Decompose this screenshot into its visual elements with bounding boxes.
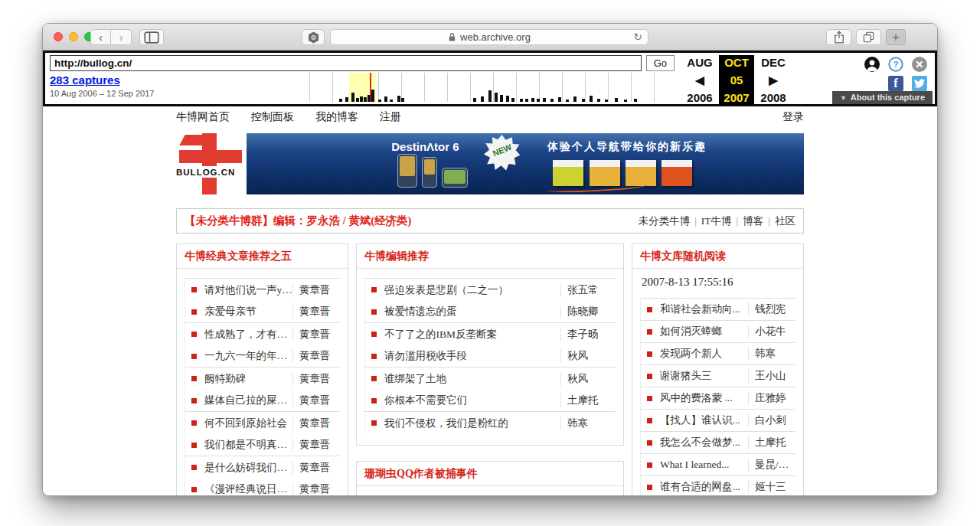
article-author-link[interactable]: 曼昆/… <box>748 458 795 472</box>
tab-overview-button[interactable] <box>856 29 881 45</box>
article-row[interactable]: 我们不侵权，我们是粉红的韩寒 <box>365 412 616 434</box>
article-row[interactable]: 谁绑架了土地秋风 <box>365 368 616 390</box>
article-row[interactable]: 性成熟了，才有…黄章晋 <box>185 323 340 345</box>
article-row[interactable]: 如何消灭蟑螂小花牛 <box>641 321 795 343</box>
captures-link[interactable]: 283 captures <box>50 74 120 87</box>
article-row[interactable]: 何不回到原始社会黄章晋 <box>185 412 340 434</box>
nav-myblog-link[interactable]: 我的博客 <box>315 110 358 124</box>
article-author-link[interactable]: 黄章晋 <box>292 372 340 386</box>
titlebar[interactable]: ‹ › web.archive.org ↻ + <box>43 24 937 51</box>
article-row[interactable]: What I learned...曼昆/… <box>641 454 795 476</box>
article-title-link[interactable]: 谁有合适的网盘... <box>660 480 748 494</box>
nav-register-link[interactable]: 注册 <box>380 110 401 124</box>
article-title-link[interactable]: 何不回到原始社会 <box>204 417 292 430</box>
about-this-capture-button[interactable]: ▼About this capture <box>832 91 933 104</box>
article-author-link[interactable]: 王小山 <box>748 369 795 383</box>
article-row[interactable]: 阙特勤碑黄章晋 <box>185 368 340 390</box>
article-title-link[interactable]: 发现两个新人 <box>660 347 748 361</box>
article-author-link[interactable]: 黄章晋 <box>292 482 340 496</box>
article-title-link[interactable]: 谁绑架了土地 <box>384 372 560 386</box>
article-title-link[interactable]: 你根本不需要它们 <box>384 394 560 407</box>
extension-button[interactable] <box>302 29 325 45</box>
article-row[interactable]: 你根本不需要它们土摩托 <box>365 390 616 412</box>
nav-panel-link[interactable]: 控制面板 <box>251 110 294 124</box>
prev-month-label[interactable]: AUG <box>681 55 719 70</box>
nav-home-link[interactable]: 牛博网首页 <box>176 110 230 124</box>
article-title-link[interactable]: 一九六一年的年… <box>204 349 292 363</box>
article-author-link[interactable]: 韩寒 <box>748 347 795 361</box>
article-author-link[interactable]: 小花牛 <box>748 325 795 338</box>
article-title-link[interactable]: 请对他们说一声y… <box>204 283 292 297</box>
article-row[interactable]: 谁有合适的网盘...姬十三 <box>641 476 795 496</box>
article-title-link[interactable]: What I learned... <box>660 459 748 471</box>
article-title-link[interactable]: 《漫评经典说日… <box>204 482 292 496</box>
article-author-link[interactable]: 白小刺 <box>748 413 795 427</box>
back-button[interactable]: ‹ <box>90 29 111 45</box>
article-author-link[interactable]: 黄章晋 <box>292 305 340 319</box>
article-title-link[interactable]: 性成熟了，才有… <box>204 328 292 341</box>
article-title-link[interactable]: 谢谢猪头三 <box>660 369 748 383</box>
article-row[interactable]: 请对他们说一声y…黄章晋 <box>185 279 340 301</box>
article-title-link[interactable]: 【找人】谁认识... <box>660 413 748 427</box>
article-author-link[interactable]: 姬十三 <box>748 480 795 494</box>
article-row[interactable]: 请勿滥用税收手段秋风 <box>365 345 616 368</box>
prev-capture-arrow[interactable]: ◀ <box>681 70 719 90</box>
article-author-link[interactable]: 庄雅婷 <box>748 391 795 405</box>
article-title-link[interactable]: 和谐社会新动向... <box>660 302 748 316</box>
article-author-link[interactable]: 黄章晋 <box>292 438 340 452</box>
article-row[interactable]: 发现两个新人韩寒 <box>641 343 795 365</box>
next-month-label[interactable]: DEC <box>754 55 792 70</box>
nav-login-link[interactable]: 登录 <box>782 110 804 124</box>
article-row[interactable]: 我怎么不会做梦...土摩托 <box>641 432 795 454</box>
article-title-link[interactable]: 强迫发表是悲剧（二之一） <box>384 283 560 297</box>
article-title-link[interactable]: 亲爱母亲节 <box>204 305 292 319</box>
prev-year-label[interactable]: 2006 <box>681 90 719 105</box>
new-tab-button[interactable]: + <box>886 29 906 45</box>
article-author-link[interactable]: 土摩托 <box>748 436 795 449</box>
article-title-link[interactable]: 我怎么不会做梦... <box>660 436 748 449</box>
article-author-link[interactable]: 黄章晋 <box>292 349 340 363</box>
article-author-link[interactable]: 黄章晋 <box>292 283 340 297</box>
article-title-link[interactable]: 如何消灭蟑螂 <box>660 325 748 338</box>
article-row[interactable]: 亲爱母亲节黄章晋 <box>185 301 340 323</box>
article-row[interactable]: 谢谢猪头三王小山 <box>641 365 795 387</box>
sidebar-button[interactable] <box>139 29 164 45</box>
article-author-link[interactable]: 韩寒 <box>560 417 616 430</box>
article-row[interactable]: 【找人】谁认识...白小刺 <box>641 410 795 432</box>
refresh-icon[interactable]: ↻ <box>633 31 642 43</box>
article-row[interactable]: 我们都是不明真…黄章晋 <box>185 434 340 456</box>
article-row[interactable]: 不了了之的IBM反垄断案李子旸 <box>365 323 616 345</box>
article-row[interactable]: 被爱情遗忘的蛋陈晓卿 <box>365 301 616 323</box>
article-title-link[interactable]: 是什么妨碍我们… <box>204 461 292 475</box>
forward-button[interactable]: › <box>111 29 132 45</box>
close-window-button[interactable] <box>54 32 63 41</box>
article-author-link[interactable]: 钱烈宪 <box>748 302 795 316</box>
next-year-label[interactable]: 2008 <box>754 90 792 105</box>
article-author-link[interactable]: 黄章晋 <box>292 328 340 341</box>
article-author-link[interactable]: 张五常 <box>560 283 616 297</box>
article-row[interactable]: 《漫评经典说日…黄章晋 <box>185 479 340 496</box>
article-title-link[interactable]: 不了了之的IBM反垄断案 <box>384 328 560 341</box>
category-link[interactable]: IT牛博 <box>701 215 732 227</box>
article-author-link[interactable]: 陈晓卿 <box>560 305 616 319</box>
article-author-link[interactable]: 黄章晋 <box>292 417 340 430</box>
article-row[interactable]: 媒体自己拉的屎…黄章晋 <box>185 390 340 412</box>
article-title-link[interactable]: 阙特勤碑 <box>204 372 292 386</box>
profile-icon[interactable] <box>864 57 880 72</box>
article-title-link[interactable]: 媒体自己拉的屎… <box>204 394 292 407</box>
share-button[interactable] <box>826 29 851 45</box>
facebook-icon[interactable]: f <box>888 76 903 91</box>
article-author-link[interactable]: 黄章晋 <box>292 461 340 475</box>
article-title-link[interactable]: 请勿滥用税收手段 <box>384 349 560 363</box>
article-title-link[interactable]: 被爱情遗忘的蛋 <box>384 305 560 319</box>
help-icon[interactable]: ? <box>888 57 903 72</box>
category-link[interactable]: 博客 <box>743 215 763 227</box>
address-bar[interactable]: web.archive.org ↻ <box>330 29 648 45</box>
bullog-logo[interactable]: BULLOG.CN <box>176 133 245 194</box>
next-capture-arrow[interactable]: ▶ <box>754 70 792 90</box>
close-toolbar-icon[interactable] <box>912 57 927 72</box>
article-author-link[interactable]: 李子旸 <box>560 328 616 341</box>
article-author-link[interactable]: 秋风 <box>560 372 616 386</box>
article-row[interactable]: 风中的费洛蒙 ...庄雅婷 <box>641 387 795 410</box>
twitter-icon[interactable] <box>912 76 927 91</box>
